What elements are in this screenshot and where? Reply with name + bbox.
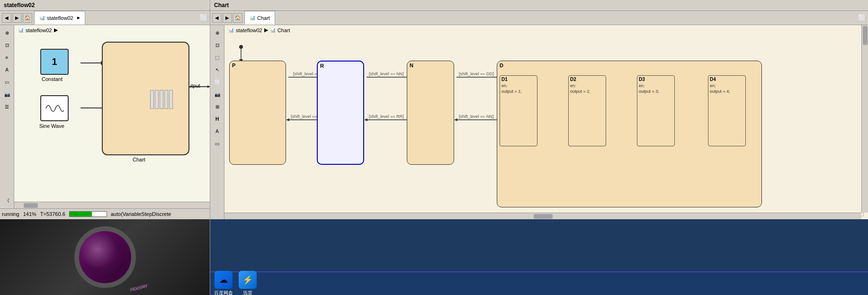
collapse-btn[interactable]: 《 [1,195,13,206]
r-select-btn[interactable]: ⬜ [212,76,223,88]
r-h-btn[interactable]: H [212,113,223,125]
left-tab-active[interactable]: 📊 stateflow02 ▶ [34,11,85,25]
r-pan-btn[interactable]: ⬚ [212,52,223,63]
left-breadcrumb: 📊 stateflow02 ▶ [18,27,58,33]
title-bar-left: stateflow02 [0,0,210,10]
svg-marker-19 [286,118,289,121]
state-D4[interactable]: D4 en: output = 4; [708,75,746,146]
bottom-area: Hoosier ☁ 百度网盘 ⚡ 迅雷 [0,219,868,295]
sine-label: Sine Wave [39,123,64,129]
r-table-btn[interactable]: ⊞ [212,101,223,112]
right-tab-label: Chart [257,15,270,21]
state-D4-content: en: [708,83,745,89]
zoom-in-btn[interactable]: ⊕ [1,27,13,38]
zoom-level: 141% [23,211,36,217]
taskbar-xunlei[interactable]: ⚡ 迅雷 [239,271,257,295]
right-canvas[interactable]: 📊 stateflow02 ▶ 📊 Chart CSDN @YOURUOLI [224,25,868,219]
left-toolbar: ⊕ ⊡ ≡ A ▭ 📷 ☰ 《 [0,25,14,208]
state-D3-content: en: [637,83,674,89]
r-zoom-fit-btn[interactable]: ⊡ [212,39,223,51]
right-tab-active[interactable]: 📊 Chart [244,11,275,25]
svg-marker-8 [207,85,210,88]
tab-bars: ◀ ▶ 🏠 📊 stateflow02 ▶ ⬜ ◀ ▶ 🏠 📊 Chart [0,11,868,25]
left-tab-label: stateflow02 [47,15,73,21]
taskbar-baidu[interactable]: ☁ 百度网盘 [214,271,233,295]
main-container: stateflow02 Chart ◀ ▶ 🏠 📊 stateflow02 ▶ … [0,0,868,295]
svg-marker-33 [454,118,457,121]
state-P[interactable]: P [229,61,286,165]
running-status: running [2,211,19,217]
state-D1-title: D1 [500,76,537,83]
state-D4-output: output = 4; [708,89,745,94]
state-R-title: R [318,62,363,70]
list-btn[interactable]: ☰ [1,101,13,112]
solver-info: auto(VariableStepDiscrete [111,211,171,217]
r-text-btn[interactable]: A [212,125,223,137]
chart-block[interactable] [102,42,189,155]
left-panel: ⊕ ⊡ ≡ A ▭ 📷 ☰ 《 📊 stateflow02 ▶ [0,25,210,219]
svg-text:[shift_level == NN]: [shift_level == NN] [459,114,494,119]
svg-text:[shift_level == NN]: [shift_level == NN] [369,72,404,76]
content-area: ⊕ ⊡ ≡ A ▭ 📷 ☰ 《 📊 stateflow02 ▶ [0,25,868,219]
baidu-icon[interactable]: ☁ [215,271,233,289]
state-D2[interactable]: D2 en: output = 2; [568,75,606,146]
state-R[interactable]: R [317,61,364,165]
cam-btn[interactable]: 📷 [1,89,13,100]
back-btn[interactable]: ◀ [2,13,11,23]
state-D[interactable]: D D1 en: output = 1; D2 en: output = 2; [497,61,762,207]
fwd-btn[interactable]: ▶ [12,13,22,23]
right-back-btn[interactable]: ◀ [212,13,222,23]
left-breadcrumb-text: stateflow02 [26,27,52,33]
state-D3[interactable]: D3 en: output = 3; [637,75,675,146]
right-fwd-btn[interactable]: ▶ [223,13,232,23]
state-D1[interactable]: D1 en: output = 1; [500,75,537,146]
right-toolbar: ⊕ ⊡ ⬚ ↖ ⬜ 📷 ⊞ H A ▭ [210,25,224,219]
left-canvas[interactable]: 📊 stateflow02 ▶ [14,25,210,208]
title-bar-right: Chart [210,0,868,10]
state-D4-title: D4 [708,76,745,83]
progress-fill [70,212,92,216]
constant-block[interactable]: 1 [40,49,69,75]
state-N[interactable]: N [407,61,454,165]
baidu-label: 百度网盘 [214,290,233,295]
svg-text:[shift_level == DD]: [shift_level == DD] [459,72,494,76]
sine-block[interactable] [40,95,69,121]
left-window-title: stateflow02 [4,2,35,9]
r-cursor-btn[interactable]: ↖ [212,64,223,75]
left-expand-btn[interactable]: ⬜ [198,11,210,25]
tab-bar-right: ◀ ▶ 🏠 📊 Chart ⬜ [210,11,868,25]
right-panel: ⊕ ⊡ ⬚ ↖ ⬜ 📷 ⊞ H A ▭ 📊 stateflow02 ▶ 📊 [210,25,868,219]
block-btn[interactable]: ▭ [1,76,13,88]
right-scrollbar-v[interactable] [861,25,868,213]
background-image: Hoosier [0,219,210,295]
bottom-image-area: Hoosier [0,219,210,295]
svg-text:[shift_level == RR]: [shift_level == RR] [369,114,404,119]
home-btn[interactable]: 🏠 [23,13,32,23]
right-breadcrumb: 📊 stateflow02 ▶ 📊 Chart [228,27,290,33]
state-D3-title: D3 [637,76,674,83]
state-D2-title: D2 [569,76,606,83]
r-zoom-in-btn[interactable]: ⊕ [212,27,223,38]
pan-btn[interactable]: ≡ [1,52,13,63]
left-scrollbar-h[interactable] [14,202,210,208]
right-scrollbar-h[interactable] [224,213,861,219]
state-D2-content: en: [569,83,606,89]
state-D-title: D [497,61,761,70]
xunlei-icon[interactable]: ⚡ [239,271,257,289]
right-window-title: Chart [214,2,229,9]
insert-btn[interactable]: A [1,64,13,75]
status-bar: running 141% T=53760.6 auto(VariableStep… [0,208,210,219]
state-D2-output: output = 2; [569,89,606,94]
r-box-btn[interactable]: ▭ [212,138,223,149]
state-D1-output: output = 1; [500,89,537,94]
left-main: ⊕ ⊡ ≡ A ▭ 📷 ☰ 《 📊 stateflow02 ▶ [0,25,210,208]
hoosier-label: Hoosier [129,282,148,292]
zoom-fit-btn[interactable]: ⊡ [1,39,13,51]
r-cam-btn[interactable]: 📷 [212,89,223,100]
right-home-btn[interactable]: 🏠 [233,13,242,23]
sim-time: T=53760.6 [40,211,65,217]
state-D3-output: output = 3; [637,89,674,94]
right-expand-btn[interactable]: ⬜ [856,11,868,25]
svg-point-10 [239,45,243,49]
breadcrumb-arrow: ▶ [54,27,58,33]
